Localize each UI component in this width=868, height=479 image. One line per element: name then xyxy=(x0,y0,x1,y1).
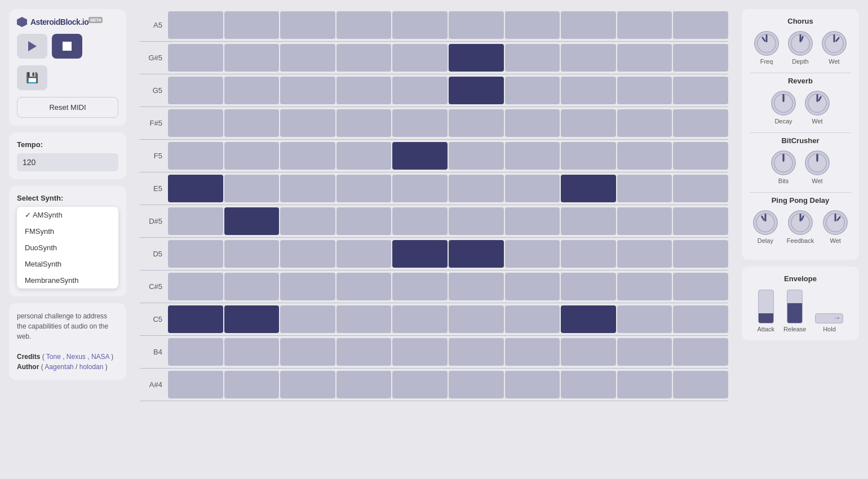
pingpong-delay-knob[interactable] xyxy=(753,210,778,235)
cell[interactable] xyxy=(561,109,616,137)
cell[interactable] xyxy=(280,273,335,300)
attack-slider[interactable] xyxy=(758,290,774,323)
chorus-wet-knob[interactable] xyxy=(822,31,847,56)
cell[interactable] xyxy=(449,142,504,170)
cell[interactable] xyxy=(280,175,335,202)
cell[interactable] xyxy=(392,44,448,72)
author-aagentah-link[interactable]: Aagentah xyxy=(45,363,73,371)
cell[interactable] xyxy=(673,109,728,137)
cell[interactable] xyxy=(392,175,448,202)
cell[interactable] xyxy=(336,305,392,333)
cell[interactable] xyxy=(168,305,223,333)
cell[interactable] xyxy=(561,305,616,333)
cell[interactable] xyxy=(617,371,672,398)
cell[interactable] xyxy=(561,207,616,235)
cell[interactable] xyxy=(505,305,560,333)
synth-option-amsynth[interactable]: AMSynth xyxy=(17,207,118,223)
cell[interactable] xyxy=(392,109,448,137)
cell[interactable] xyxy=(505,77,560,104)
cell[interactable] xyxy=(561,273,616,300)
cell[interactable] xyxy=(224,175,280,202)
synth-option-membranesynth[interactable]: MembraneSynth xyxy=(17,272,118,289)
cell[interactable] xyxy=(673,77,728,104)
cell[interactable] xyxy=(392,77,448,104)
cell[interactable] xyxy=(561,142,616,170)
cell[interactable] xyxy=(224,44,280,72)
cell[interactable] xyxy=(168,142,223,170)
cell[interactable] xyxy=(224,371,280,398)
cell[interactable] xyxy=(505,240,560,268)
cell[interactable] xyxy=(392,240,448,268)
tempo-input[interactable] xyxy=(17,153,118,171)
cell[interactable] xyxy=(505,11,560,39)
cell[interactable] xyxy=(673,11,728,39)
reverb-wet-knob[interactable] xyxy=(805,91,830,116)
cell[interactable] xyxy=(673,371,728,398)
cell[interactable] xyxy=(505,273,560,300)
cell[interactable] xyxy=(449,44,504,72)
cell[interactable] xyxy=(561,175,616,202)
reset-midi-button[interactable]: Reset MIDI xyxy=(17,97,118,118)
cell[interactable] xyxy=(449,175,504,202)
synth-option-fmsynth[interactable]: FMSynth xyxy=(17,223,118,239)
cell[interactable] xyxy=(617,77,672,104)
cell[interactable] xyxy=(617,207,672,235)
cell[interactable] xyxy=(673,240,728,268)
pingpong-feedback-knob[interactable] xyxy=(788,210,813,235)
cell[interactable] xyxy=(280,338,335,366)
cell[interactable] xyxy=(673,305,728,333)
cell[interactable] xyxy=(336,142,392,170)
cell[interactable] xyxy=(617,305,672,333)
cell[interactable] xyxy=(392,142,448,170)
cell[interactable] xyxy=(168,338,223,366)
cell[interactable] xyxy=(561,371,616,398)
cell[interactable] xyxy=(561,77,616,104)
synth-option-duosynth[interactable]: DuoSynth xyxy=(17,239,118,256)
cell[interactable] xyxy=(673,175,728,202)
cell[interactable] xyxy=(505,371,560,398)
bitcrusher-bits-knob[interactable] xyxy=(771,150,796,175)
synth-option-metalsynth[interactable]: MetalSynth xyxy=(17,256,118,272)
cell[interactable] xyxy=(617,338,672,366)
cell[interactable] xyxy=(673,142,728,170)
cell[interactable] xyxy=(280,305,335,333)
cell[interactable] xyxy=(168,207,223,235)
cell[interactable] xyxy=(168,175,223,202)
cell[interactable] xyxy=(280,77,335,104)
cell[interactable] xyxy=(561,240,616,268)
author-holodan-link[interactable]: holodan xyxy=(79,363,104,371)
cell[interactable] xyxy=(617,109,672,137)
cell[interactable] xyxy=(224,11,280,39)
cell[interactable] xyxy=(336,273,392,300)
pingpong-wet-knob[interactable] xyxy=(823,210,848,235)
cell[interactable] xyxy=(449,371,504,398)
release-slider[interactable] xyxy=(787,290,803,323)
cell[interactable] xyxy=(449,305,504,333)
cell[interactable] xyxy=(224,273,280,300)
cell[interactable] xyxy=(673,207,728,235)
cell[interactable] xyxy=(168,240,223,268)
cell[interactable] xyxy=(336,44,392,72)
cell[interactable] xyxy=(673,44,728,72)
bitcrusher-wet-knob[interactable] xyxy=(805,150,830,175)
cell[interactable] xyxy=(505,338,560,366)
cell[interactable] xyxy=(561,44,616,72)
cell[interactable] xyxy=(336,338,392,366)
cell[interactable] xyxy=(505,44,560,72)
cell[interactable] xyxy=(168,77,223,104)
credits-nasa-link[interactable]: NASA xyxy=(91,353,109,361)
cell[interactable] xyxy=(280,142,335,170)
cell[interactable] xyxy=(224,77,280,104)
cell[interactable] xyxy=(505,109,560,137)
cell[interactable] xyxy=(449,11,504,39)
cell[interactable] xyxy=(168,273,223,300)
chorus-depth-knob[interactable] xyxy=(788,31,813,56)
cell[interactable] xyxy=(561,338,616,366)
cell[interactable] xyxy=(449,109,504,137)
cell[interactable] xyxy=(449,77,504,104)
cell[interactable] xyxy=(336,11,392,39)
cell[interactable] xyxy=(617,142,672,170)
cell[interactable] xyxy=(617,11,672,39)
cell[interactable] xyxy=(336,77,392,104)
cell[interactable] xyxy=(673,273,728,300)
